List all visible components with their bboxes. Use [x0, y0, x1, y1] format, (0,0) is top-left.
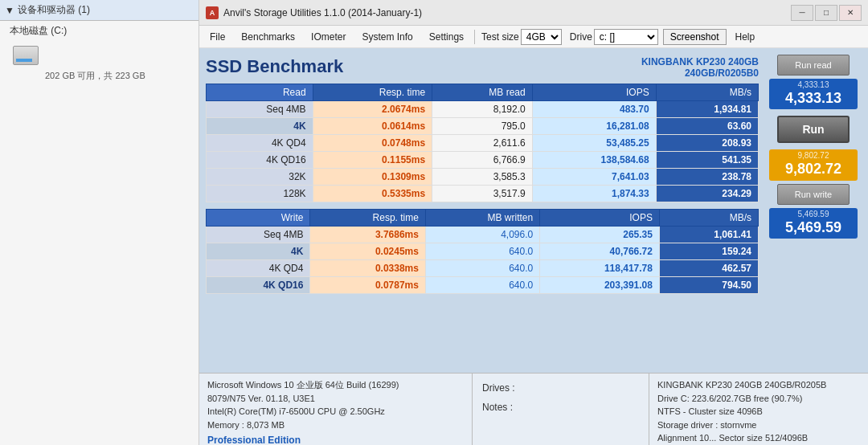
test-size-select[interactable]: 4GB: [521, 29, 562, 45]
menu-system-info[interactable]: System Info: [354, 28, 420, 46]
col-resp-time-w: Resp. time: [310, 210, 426, 227]
write-table-header: Write Resp. time MB written IOPS MB/s: [207, 210, 759, 227]
sys-line-0: Microsoft Windows 10 企业版 64位 Build (1629…: [207, 378, 464, 392]
run-button[interactable]: Run: [777, 116, 850, 143]
pro-edition-label: Professional Edition: [207, 435, 464, 445]
read-table: Read Resp. time MB read IOPS MB/s Seq 4M…: [206, 84, 759, 202]
main-window: A Anvil's Storage Utilities 1.1.0 (2014-…: [199, 0, 868, 445]
read-score-top: 4,333.13: [772, 80, 854, 89]
separator-1: [474, 30, 475, 44]
read-score-main: 4,333.13: [772, 89, 854, 108]
content-area: SSD Benchmark KINGBANK KP230 240GB 240GB…: [199, 48, 868, 373]
status-right-line-4: Alignment 10... Sector size 512/4096B: [657, 431, 860, 445]
read-score-box: 4,333.13 4,333.13: [769, 79, 858, 109]
benchmark-panel: SSD Benchmark KINGBANK KP230 240GB 240GB…: [206, 55, 759, 366]
read-row-4: 32K 0.1309ms 3,585.3 7,641.03 238.78: [207, 169, 759, 186]
left-panel: ▼ 设备和驱动器 (1) 本地磁盘 (C:) 202 GB 可用，共 223 G…: [0, 0, 199, 445]
minimize-button[interactable]: ─: [791, 5, 813, 21]
device-drives-header: ▼ 设备和驱动器 (1): [0, 0, 199, 21]
test-size-label: Test size: [481, 31, 519, 43]
write-score-main: 5,469.59: [772, 218, 854, 237]
write-score-box: 5,469.59 5,469.59: [769, 208, 858, 239]
window-title: Anvil's Storage Utilities 1.1.0 (2014-Ja…: [223, 7, 791, 18]
menu-iometer[interactable]: IOmeter: [304, 28, 353, 46]
col-resp-time: Resp. time: [313, 84, 432, 101]
status-middle: Drives : Notes :: [473, 374, 649, 445]
menu-bar: File Benchmarks IOmeter System Info Sett…: [199, 26, 868, 48]
window-controls: ─ □ ✕: [791, 5, 862, 21]
col-mbs-write: MB/s: [659, 210, 758, 227]
write-row-2: 4K QD4 0.0338ms 640.0 118,417.78 462.57: [207, 260, 759, 277]
drive-info-2: 240GB/R0205B0: [641, 67, 759, 79]
read-table-header: Read Resp. time MB read IOPS MB/s: [207, 84, 759, 101]
read-row-2: 4K QD4 0.0748ms 2,611.6 53,485.25 208.93: [207, 135, 759, 152]
menu-file[interactable]: File: [203, 28, 232, 46]
total-score-main: 9,802.72: [772, 160, 854, 178]
bench-header: SSD Benchmark KINGBANK KP230 240GB 240GB…: [206, 55, 759, 80]
close-button[interactable]: ✕: [839, 5, 862, 21]
menu-settings[interactable]: Settings: [422, 28, 471, 46]
bench-title: SSD Benchmark: [206, 56, 343, 77]
write-row-1: 4K 0.0245ms 640.0 40,766.72 159.24: [207, 243, 759, 260]
run-read-button[interactable]: Run read: [777, 55, 850, 76]
status-right-line-0: KINGBANK KP230 240GB 240GB/R0205B: [657, 378, 860, 392]
status-left: Microsoft Windows 10 企业版 64位 Build (1629…: [199, 374, 473, 445]
drive-info-1: KINGBANK KP230 240GB: [641, 56, 759, 67]
read-row-5: 128K 0.5335ms 3,517.9 1,874.33 234.29: [207, 186, 759, 202]
write-row-3: 4K QD16 0.0787ms 640.0 203,391.08 794.50: [207, 277, 759, 294]
status-bar: Microsoft Windows 10 企业版 64位 Build (1629…: [199, 373, 868, 445]
notes-label: Notes :: [482, 398, 639, 417]
drive-free-space: 202 GB 可用，共 223 GB: [0, 70, 199, 82]
status-right-line-3: Storage driver : stornvme: [657, 418, 860, 432]
sys-line-3: Memory : 8,073 MB: [207, 418, 464, 432]
col-mbs-read: MB/s: [656, 84, 758, 101]
drive-icon: [13, 46, 39, 65]
scores-panel: Run read 4,333.13 4,333.13 Run 9,802.72 …: [765, 55, 862, 366]
col-write: Write: [207, 210, 310, 227]
menu-benchmarks[interactable]: Benchmarks: [234, 28, 302, 46]
total-score-top: 9,802.72: [772, 151, 854, 160]
sys-line-2: Intel(R) Core(TM) i7-6500U CPU @ 2.50GHz: [207, 405, 464, 418]
sys-line-1: 8079/N75 Ver. 01.18, U3E1: [207, 392, 464, 406]
write-table: Write Resp. time MB written IOPS MB/s Se…: [206, 209, 759, 294]
read-row-0: Seq 4MB 2.0674ms 8,192.0 483.70 1,934.81: [207, 101, 759, 118]
read-row-3: 4K QD16 0.1155ms 6,766.9 138,584.68 541.…: [207, 152, 759, 169]
status-right-line-1: Drive C: 223.6/202.7GB free (90.7%): [657, 392, 860, 406]
drive-label: Drive: [570, 31, 592, 43]
app-icon: A: [206, 6, 219, 19]
col-iops-read: IOPS: [532, 84, 656, 101]
total-score-box: 9,802.72 9,802.72: [769, 149, 858, 180]
screenshot-button[interactable]: Screenshot: [663, 29, 727, 45]
menu-help[interactable]: Help: [728, 28, 763, 46]
col-iops-write: IOPS: [540, 210, 660, 227]
write-row-0: Seq 4MB 3.7686ms 4,096.0 265.35 1,061.41: [207, 227, 759, 243]
local-disk-item[interactable]: 本地磁盘 (C:): [0, 21, 199, 41]
device-drives-label: 设备和驱动器 (1): [18, 3, 90, 17]
status-right: KINGBANK KP230 240GB 240GB/R0205BDrive C…: [649, 374, 868, 445]
run-write-button[interactable]: Run write: [777, 184, 850, 205]
write-score-top: 5,469.59: [772, 210, 854, 218]
drive-select[interactable]: c: []: [594, 29, 658, 45]
expand-icon: ▼: [5, 5, 14, 16]
col-mb-written: MB written: [425, 210, 539, 227]
title-bar: A Anvil's Storage Utilities 1.1.0 (2014-…: [199, 0, 868, 26]
maximize-button[interactable]: □: [815, 5, 837, 21]
col-read: Read: [207, 84, 313, 101]
col-mb-read: MB read: [432, 84, 533, 101]
drive-icon-item[interactable]: [0, 41, 199, 70]
drives-label: Drives :: [482, 378, 639, 398]
status-right-line-2: NTFS - Cluster size 4096B: [657, 405, 860, 418]
read-row-1: 4K 0.0614ms 795.0 16,281.08 63.60: [207, 118, 759, 135]
